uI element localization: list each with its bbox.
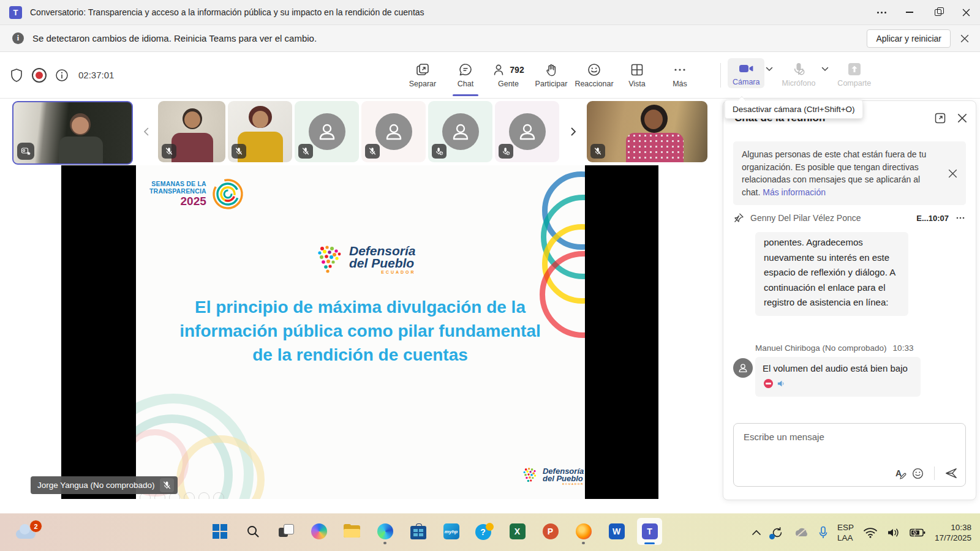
help-icon: ? [475,523,494,540]
taskbar-clock[interactable]: 10:38 17/7/2025 [935,522,971,543]
message-options-icon[interactable] [955,212,966,223]
microphone-button[interactable]: Micrófono [777,58,820,89]
participant-face [72,117,89,134]
wifi-icon[interactable] [863,527,878,538]
tab-label: Chat [458,80,473,88]
presenter-name: Jorge Yangua (No comprobado) [37,481,155,490]
person-icon [737,362,748,373]
ecuador-map-icon [314,244,344,276]
semanas-transparencia-logo: SEMANAS DE LA TRANSPARENCIA 2025 [149,178,244,211]
mic-unavailable-icon [435,147,443,156]
chevron-left-icon [143,127,149,136]
muted-mic-badge [590,144,605,159]
onedrive-paused-icon[interactable] [793,527,809,539]
camera-chevron-down-icon[interactable] [766,67,773,72]
ecuador-map-icon [521,467,540,486]
meeting-info-icon[interactable] [55,69,69,82]
powerpoint-button[interactable]: P [538,518,563,545]
presenter-control-dot[interactable] [198,492,209,499]
mic-off-icon [235,147,243,156]
running-indicator [582,542,585,544]
microsoft-store-button[interactable] [405,518,431,545]
participant-avatar-tile[interactable] [361,101,426,162]
participant-video-tile[interactable] [587,101,707,162]
excel-button[interactable]: X [505,518,530,545]
message-text: El volumen del audio está bien bajo [763,363,908,373]
get-help-button[interactable]: ? [472,518,497,545]
language-indicator[interactable]: ESP LAA [837,522,854,543]
tray-mic-icon[interactable] [818,526,828,539]
mic-chevron-down-icon[interactable] [821,67,829,72]
window-restore-button[interactable] [924,0,952,24]
org-country: ECUADOR [349,270,416,274]
teams-taskbar-button[interactable]: T [637,518,662,545]
send-button[interactable] [944,467,958,480]
strip-scroll-right-button[interactable] [565,101,582,162]
participant-face [184,111,200,128]
tab-vista[interactable]: Vista [616,52,658,98]
participant-video-tile[interactable] [228,101,292,162]
tab-label: Vista [628,80,646,88]
participant-torso [172,133,213,162]
edge-icon [377,523,393,539]
camera-on-icon [737,61,755,76]
task-view-button[interactable] [273,518,298,545]
tab-label: Separar [409,80,436,88]
participant-avatar-tile[interactable] [495,101,559,162]
myhp-button[interactable]: myhp [439,518,464,545]
slide-title: El principio de máxima divulgación de la… [170,295,550,367]
strip-scroll-left-button[interactable] [137,101,154,162]
tab-label: Más [673,80,687,88]
taskbar-app-icons: myhp ? X P W T [207,518,662,545]
chat-message-input[interactable] [742,431,947,443]
firefox-button[interactable] [571,518,596,545]
info-icon: i [12,32,24,44]
edge-button[interactable] [372,518,398,545]
participant-video-tile[interactable] [158,101,225,162]
file-explorer-button[interactable] [339,518,364,545]
tab-mas[interactable]: Más [658,52,701,98]
event-logo-line2: TRANSPARENCIA [149,187,206,195]
org-name-line1: Defensoría [349,245,416,257]
weather-widget[interactable]: 2 [15,520,43,545]
start-button[interactable] [207,518,232,545]
window-more-button[interactable] [867,0,895,24]
tab-participar[interactable]: Participar [530,52,573,98]
self-video-tile[interactable] [12,101,133,165]
window-minimize-button[interactable] [895,0,924,24]
emoji-button[interactable] [911,467,924,480]
camera-button[interactable]: Cámara [728,58,764,88]
close-icon [960,34,969,43]
apply-restart-button[interactable]: Aplicar y reiniciar [867,29,951,48]
popout-chat-icon[interactable] [934,112,946,124]
tab-label: Gente [498,80,519,88]
battery-charging-icon[interactable] [910,528,925,537]
close-chat-icon[interactable] [957,113,967,123]
window-close-button[interactable] [952,0,980,24]
presenter-control-dot[interactable] [184,492,195,499]
banner-close-button[interactable] [960,34,969,43]
participant-avatar-tile[interactable] [295,101,359,162]
notice-more-info-link[interactable]: Más información [763,187,826,197]
taskbar-search-button[interactable] [240,518,265,545]
tray-chevron-up-icon[interactable] [752,530,761,536]
volume-icon[interactable] [887,527,900,538]
update-available-icon[interactable] [771,526,784,539]
share-label: Comparte [837,79,871,88]
notice-close-button[interactable] [948,169,957,178]
participant-torso [59,137,103,163]
participant-avatar-tile[interactable] [428,101,492,162]
running-indicator [383,542,386,544]
word-icon: W [609,523,625,539]
presenter-control-dot[interactable] [213,492,224,499]
tab-reaccionar[interactable]: Reaccionar [573,52,616,98]
tab-gente[interactable]: 792 Gente [487,52,530,98]
tab-chat[interactable]: Chat [444,52,487,98]
tab-separar[interactable]: Separar [401,52,444,98]
video-effects-button[interactable] [17,143,34,160]
word-button[interactable]: W [604,518,629,545]
mic-unavailable-icon [502,147,510,156]
format-button[interactable]: A [895,468,902,479]
presenter-name-tag: Jorge Yangua (No comprobado) [31,476,178,494]
copilot-button[interactable] [306,518,331,545]
